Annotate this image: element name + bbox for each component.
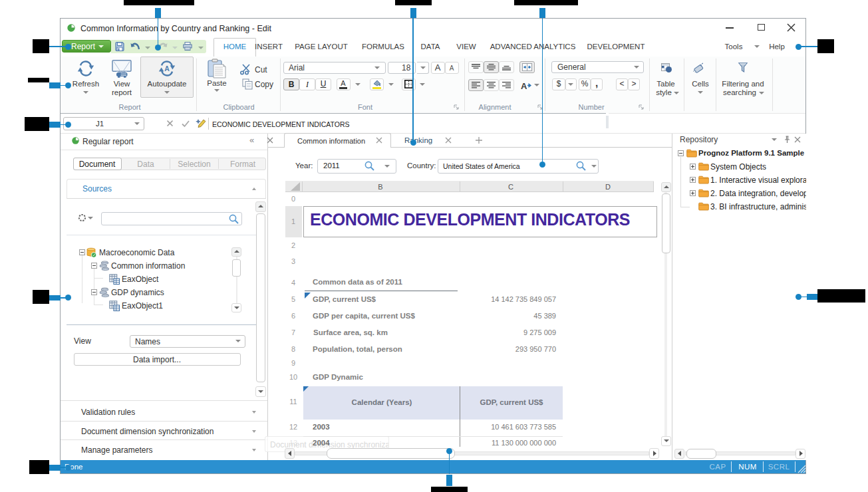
svg-text:A: A bbox=[521, 81, 527, 91]
svg-text:A: A bbox=[164, 64, 170, 72]
